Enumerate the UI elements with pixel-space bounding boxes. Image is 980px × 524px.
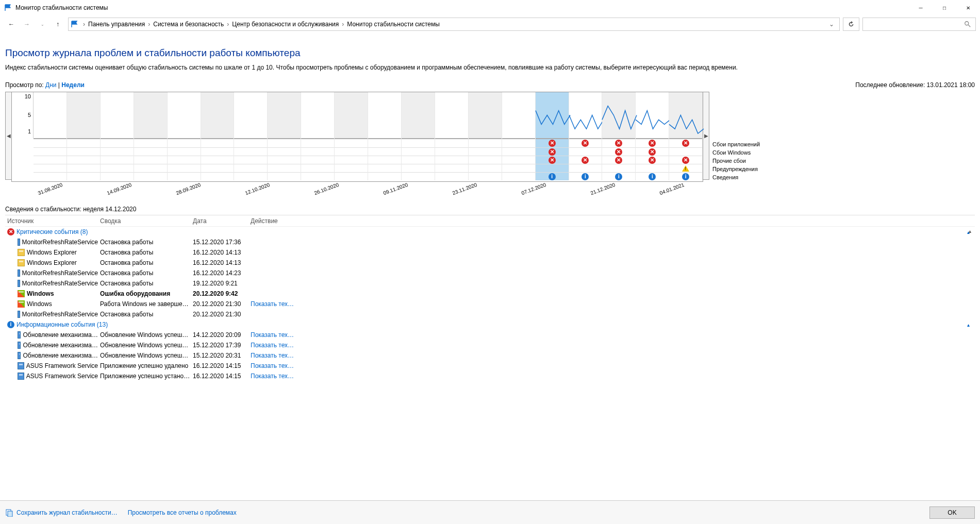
action-link[interactable]: Показать тех… — [251, 300, 294, 308]
table-row[interactable]: MonitorRefreshRateServiceОстановка работ… — [5, 237, 975, 247]
action-link[interactable]: Показать тех… — [251, 352, 294, 359]
action-link[interactable]: Показать тех… — [251, 362, 294, 369]
app-icon — [18, 280, 20, 287]
app-icon — [18, 362, 24, 369]
reliability-chart[interactable]: 10 5 1 ✕✕✕i✕✕i✕✕✕i✕✕✕i✕✕i — [11, 92, 703, 182]
chevron-down-icon[interactable]: ⌄ — [826, 21, 837, 28]
chevron-icon[interactable]: › — [146, 21, 152, 28]
col-summary[interactable]: Сводка — [98, 217, 191, 225]
ok-button[interactable]: OK — [929, 506, 975, 519]
table-row[interactable]: Обновление механизма…Обновление Windows … — [5, 350, 975, 361]
chevron-icon[interactable]: › — [340, 21, 346, 28]
page-description: Индекс стабильности системы оценивает об… — [5, 64, 975, 71]
view-by-days[interactable]: Дни — [45, 81, 56, 89]
breadcrumb-item[interactable]: Центр безопасности и обслуживания — [231, 21, 340, 28]
back-button[interactable]: ← — [4, 17, 19, 31]
table-row[interactable]: ASUS Framework ServiceПриложение успешно… — [5, 371, 975, 381]
action-link[interactable]: Показать тех… — [251, 331, 294, 339]
minimize-button[interactable]: ─ — [909, 0, 933, 15]
table-row[interactable]: Обновление механизма…Обновление Windows … — [5, 330, 975, 340]
search-input[interactable] — [862, 18, 976, 31]
events-list[interactable]: ▴ ✕Критические события (8)▴MonitorRefres… — [5, 227, 975, 381]
chart-column[interactable]: ✕✕✕i — [602, 92, 636, 180]
flag-icon — [71, 20, 79, 28]
save-history-link[interactable]: Сохранить журнал стабильности… — [16, 509, 118, 516]
chart-column[interactable] — [502, 92, 536, 180]
error-icon: ✕ — [549, 157, 556, 164]
chart-column[interactable] — [67, 92, 101, 180]
group-header[interactable]: iИнформационные события (13)▴ — [5, 319, 975, 330]
close-button[interactable]: ✕ — [956, 0, 980, 15]
view-by-label: Просмотр по: — [5, 81, 44, 89]
address-bar[interactable]: › Панель управления › Система и безопасн… — [68, 18, 840, 31]
table-row[interactable]: MonitorRefreshRateServiceОстановка работ… — [5, 278, 975, 289]
table-row[interactable]: ASUS Framework ServiceПриложение успешно… — [5, 361, 975, 371]
up-button[interactable]: ↑ — [51, 17, 65, 31]
chart-column[interactable] — [201, 92, 235, 180]
col-date[interactable]: Дата — [191, 217, 248, 225]
col-action[interactable]: Действие — [248, 217, 310, 225]
app-icon — [18, 249, 25, 256]
table-row[interactable]: MonitorRefreshRateServiceОстановка работ… — [5, 268, 975, 278]
error-icon: ✕ — [615, 140, 622, 147]
app-icon — [18, 300, 25, 308]
chart-prev-button[interactable]: ◀ — [5, 92, 11, 180]
events-table: Источник Сводка Дата Действие ▴ ✕Критиче… — [5, 215, 975, 381]
chart-column[interactable] — [301, 92, 335, 180]
table-row[interactable]: Windows ExplorerОстановка работы16.12.20… — [5, 247, 975, 258]
maximize-button[interactable]: □ — [933, 0, 956, 15]
table-row[interactable]: Обновление механизма…Обновление Windows … — [5, 340, 975, 350]
info-icon: i — [7, 321, 14, 328]
title-bar: Монитор стабильности системы ─ □ ✕ — [0, 0, 980, 15]
scroll-up-button[interactable]: ▴ — [966, 227, 974, 235]
svg-point-0 — [965, 22, 969, 25]
forward-button[interactable]: → — [20, 17, 34, 31]
breadcrumb-item[interactable]: Система и безопасность — [152, 21, 225, 28]
chart-next-button[interactable]: ▶ — [703, 92, 709, 180]
chevron-icon[interactable]: › — [81, 21, 87, 28]
breadcrumb-item[interactable]: Панель управления — [87, 21, 146, 28]
chart-column[interactable] — [34, 92, 67, 180]
breadcrumb-item[interactable]: Монитор стабильности системы — [346, 21, 441, 28]
action-link[interactable]: Показать тех… — [251, 342, 294, 349]
details-title: Сведения о стабильности: неделя 14.12.20… — [5, 206, 975, 213]
recent-menu[interactable]: ⌄ — [35, 17, 49, 31]
chart-column[interactable] — [268, 92, 301, 180]
error-icon: ✕ — [582, 140, 589, 147]
chart-column[interactable] — [335, 92, 368, 180]
table-row[interactable]: WindowsОшибка оборудования20.12.2020 9:4… — [5, 289, 975, 299]
table-row[interactable]: MonitorRefreshRateServiceОстановка работ… — [5, 309, 975, 319]
action-link[interactable]: Показать тех… — [251, 373, 294, 380]
chart-column[interactable]: ✕✕i — [669, 92, 703, 180]
chart-column[interactable] — [402, 92, 435, 180]
chart-column[interactable] — [101, 92, 134, 180]
chart-column[interactable] — [368, 92, 402, 180]
table-row[interactable]: Windows ExplorerОстановка работы16.12.20… — [5, 258, 975, 268]
info-icon: i — [549, 173, 556, 180]
view-by-weeks[interactable]: Недели — [61, 81, 85, 89]
refresh-button[interactable] — [843, 18, 859, 31]
view-all-reports-link[interactable]: Просмотреть все отчеты о проблемах — [128, 509, 237, 516]
app-icon — [18, 290, 25, 297]
chart-column[interactable] — [469, 92, 502, 180]
app-icon — [18, 239, 20, 246]
app-icon — [18, 269, 20, 277]
chart-column[interactable]: ✕✕✕i — [536, 92, 569, 180]
chevron-icon[interactable]: › — [225, 21, 231, 28]
warning-icon — [682, 165, 689, 172]
chart-column[interactable]: ✕✕✕i — [636, 92, 669, 180]
chart-column[interactable] — [234, 92, 268, 180]
chart-column[interactable] — [134, 92, 168, 180]
chart-column[interactable]: ✕✕i — [569, 92, 603, 180]
table-row[interactable]: WindowsРабота Windows не завершен…20.12.… — [5, 299, 975, 309]
app-icon — [18, 311, 20, 318]
error-icon: ✕ — [682, 157, 689, 164]
col-source[interactable]: Источник — [5, 217, 98, 225]
group-header[interactable]: ✕Критические события (8)▴ — [5, 227, 975, 237]
chart-column[interactable] — [168, 92, 201, 180]
chart-x-axis: 31.08.202014.09.202028.09.202012.10.2020… — [33, 182, 980, 196]
chart-legend: Сбои приложений Сбои Windows Прочие сбои… — [709, 92, 763, 182]
group-label: Информационные события (13) — [16, 321, 108, 328]
collapse-icon[interactable]: ▴ — [967, 322, 970, 328]
chart-column[interactable] — [435, 92, 469, 180]
